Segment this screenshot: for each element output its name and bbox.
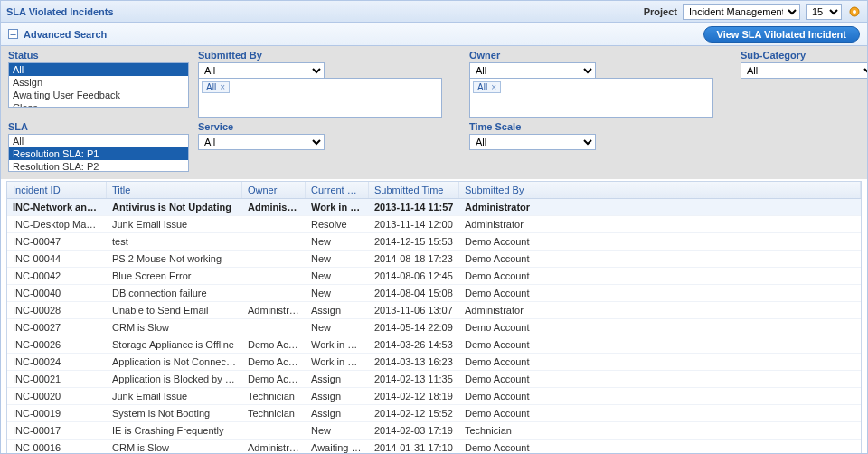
cell-status: New [306, 319, 369, 336]
cell-by: Demo Account [459, 405, 861, 421]
cell-owner: Demo Account [242, 336, 306, 353]
pagesize-select[interactable]: 15 [806, 4, 842, 20]
service-select[interactable]: All [198, 134, 325, 150]
cell-status: Assign [306, 388, 369, 404]
filter-area: Status AllAssignAwaiting User FeedbackCl… [1, 46, 867, 179]
cell-id: INC-00042 [7, 268, 107, 284]
cell-status: Resolve [306, 216, 369, 232]
remove-tag-icon[interactable]: × [491, 82, 496, 92]
listbox-option[interactable]: Assign [9, 76, 188, 89]
listbox-option[interactable]: Close [9, 101, 188, 108]
table-row[interactable]: INC-00020Junk Email IssueTechnicianAssig… [7, 388, 861, 405]
cell-status: Assign [306, 405, 369, 421]
owner-select[interactable]: All [469, 62, 596, 79]
view-sla-violated-button[interactable]: View SLA Vilolated Incident [703, 26, 860, 43]
cell-by: Demo Account [459, 388, 861, 404]
submittedby-select[interactable]: All [198, 62, 325, 79]
col-submitted-by[interactable]: Submitted By [459, 182, 861, 198]
col-incident-id[interactable]: Incident ID [7, 182, 107, 198]
cell-time: 2014-08-04 15:08 [369, 285, 459, 301]
collapse-icon[interactable]: – [8, 29, 18, 39]
table-row[interactable]: INC-00021Application is Blocked by the F… [7, 371, 861, 388]
cell-time: 2014-03-26 14:53 [369, 336, 459, 353]
cell-owner [242, 422, 306, 439]
cell-status: New [306, 285, 369, 301]
cell-by: Technician [459, 422, 861, 439]
submittedby-tagbox[interactable]: All × [198, 78, 442, 118]
sla-listbox[interactable]: AllResolution SLA: P1Resolution SLA: P2R… [8, 134, 189, 172]
cell-time: 2014-02-13 11:35 [369, 371, 459, 387]
cell-by: Demo Account [459, 285, 861, 301]
listbox-option[interactable]: Awaiting User Feedback [9, 89, 188, 101]
remove-tag-icon[interactable]: × [220, 82, 225, 92]
submittedby-filter: Submitted By All All × [198, 48, 460, 118]
cell-status: Work in Progress [306, 336, 369, 353]
cell-by: Demo Account [459, 319, 861, 336]
table-row[interactable]: INC-00028Unable to Send EmailAdministrat… [7, 302, 861, 319]
cell-by: Administrator [459, 302, 861, 318]
cell-time: 2014-02-12 18:19 [369, 388, 459, 404]
owner-label: Owner [469, 50, 731, 61]
cell-owner: Technician [242, 388, 306, 404]
cell-title: Unable to Send Email [107, 302, 242, 318]
cell-time: 2013-11-14 11:57 [369, 199, 459, 215]
owner-tag: All × [473, 81, 501, 93]
submittedby-label: Submitted By [198, 50, 460, 61]
topbar: SLA Violated Incidents Project Incident … [1, 1, 867, 23]
status-listbox[interactable]: AllAssignAwaiting User FeedbackCloseNew [8, 62, 189, 108]
cell-title: CRM is Slow [107, 440, 242, 454]
service-label: Service [198, 121, 460, 132]
cell-id: INC-00017 [7, 422, 107, 439]
cell-status: Assign [306, 371, 369, 387]
table-row[interactable]: INC-Desktop Manag...Junk Email IssueReso… [7, 216, 861, 233]
cell-id: INC-00044 [7, 251, 107, 267]
cell-owner [242, 216, 306, 232]
col-title[interactable]: Title [107, 182, 242, 198]
cell-owner: Demo Account [242, 354, 306, 370]
col-current-status[interactable]: Current Status [306, 182, 369, 198]
cell-id: INC-00021 [7, 371, 107, 387]
advanced-search-header: – Advanced Search View SLA Vilolated Inc… [1, 23, 867, 46]
table-row[interactable]: INC-00026Storage Appliance is OfflineDem… [7, 336, 861, 354]
sla-label: SLA [8, 121, 189, 132]
listbox-option[interactable]: Resolution SLA: P2 [9, 160, 188, 172]
table-row[interactable]: INC-00016CRM is SlowAdministratorAwaitin… [7, 440, 861, 454]
cell-time: 2014-01-31 17:10 [369, 440, 459, 454]
table-row[interactable]: INC-00047testNew2014-12-15 15:53Demo Acc… [7, 233, 861, 251]
cell-time: 2014-08-18 17:23 [369, 251, 459, 267]
grid-header-row: Incident ID Title Owner Current Status S… [7, 182, 861, 199]
cell-status: New [306, 233, 369, 250]
subcategory-select[interactable]: All [741, 62, 868, 79]
cell-owner [242, 268, 306, 284]
cell-title: Storage Appliance is Offline [107, 336, 242, 353]
table-row[interactable]: INC-00042Blue Screen ErrorNew2014-08-06 … [7, 268, 861, 285]
cell-id: INC-00026 [7, 336, 107, 353]
col-submitted-time[interactable]: Submitted Time [369, 182, 459, 198]
listbox-option[interactable]: All [9, 135, 188, 147]
project-select[interactable]: Incident Management [683, 4, 800, 20]
cell-title: Antivirus is Not Updating [107, 199, 242, 215]
cell-status: Assign [306, 302, 369, 318]
table-row[interactable]: INC-00044PS 2 Mouse Not workingNew2014-0… [7, 251, 861, 268]
cell-time: 2014-05-14 22:09 [369, 319, 459, 336]
owner-tagbox[interactable]: All × [469, 78, 713, 118]
owner-filter: Owner All All × [469, 48, 731, 118]
cell-owner: Administrator [242, 302, 306, 318]
cell-title: System is Not Booting [107, 405, 242, 421]
table-row[interactable]: INC-00017IE is Crashing FrequentlyNew201… [7, 422, 861, 440]
service-filter: Service All [198, 119, 460, 172]
listbox-option[interactable]: Resolution SLA: P1 [9, 147, 188, 160]
topbar-right: Project Incident Management 15 [644, 4, 862, 20]
gear-icon[interactable] [847, 5, 862, 19]
cell-by: Demo Account [459, 233, 861, 250]
listbox-option[interactable]: All [9, 63, 188, 76]
timescale-select[interactable]: All [469, 134, 596, 150]
table-row[interactable]: INC-00040DB connection failureNew2014-08… [7, 285, 861, 302]
table-row[interactable]: INC-00019System is Not BootingTechnician… [7, 405, 861, 422]
cell-status: Work in Progress [306, 354, 369, 370]
col-owner[interactable]: Owner [242, 182, 306, 198]
table-row[interactable]: INC-00027CRM is SlowNew2014-05-14 22:09D… [7, 319, 861, 336]
table-row[interactable]: INC-00024Application is Not Connecting t… [7, 354, 861, 371]
table-row[interactable]: INC-Network and ...Antivirus is Not Upda… [7, 199, 861, 216]
cell-title: Junk Email Issue [107, 388, 242, 404]
